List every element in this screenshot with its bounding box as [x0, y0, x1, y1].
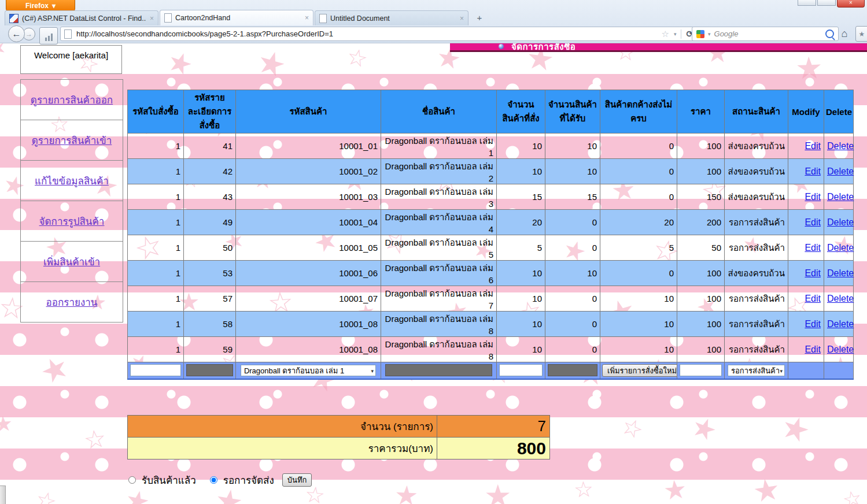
- qty-backlog-cell: 10: [600, 337, 677, 362]
- tab-close-icon[interactable]: ×: [460, 14, 464, 23]
- detail-id-cell: 53: [184, 261, 236, 286]
- awaiting-shipment-radio[interactable]: [210, 476, 217, 484]
- edit-link[interactable]: Edit: [805, 294, 821, 303]
- qty-ordered-cell: 10: [497, 337, 545, 362]
- edit-link[interactable]: Edit: [805, 243, 821, 253]
- product-code-cell: 10001_06: [236, 261, 381, 286]
- po-id-cell: 1: [128, 184, 184, 210]
- delete-link[interactable]: Delete: [827, 344, 854, 354]
- close-button[interactable]: ×: [837, 0, 865, 8]
- detail-id-cell: 43: [184, 184, 236, 210]
- qty-backlog-cell: 10: [600, 286, 677, 312]
- price-cell: 100: [677, 337, 725, 362]
- modify-cell: Edit: [788, 261, 824, 286]
- po-id-input[interactable]: [130, 364, 181, 376]
- status-cell: รอการส่งสินค้า: [725, 286, 788, 312]
- qty-backlog-cell: 0: [600, 261, 677, 286]
- maximize-button[interactable]: [817, 0, 836, 6]
- url-bar[interactable]: http://localhost/secondhandcomicbooks/pa…: [60, 27, 698, 41]
- delete-link[interactable]: Delete: [827, 192, 854, 202]
- sidebar-item-reports: ออกรายงาน: [21, 282, 123, 322]
- sidebar-link-edit-product[interactable]: แก้ไขข้อมูลสินค้า: [35, 173, 109, 188]
- chevron-down-icon: ▾: [371, 365, 374, 376]
- qty-received-cell: 0: [545, 312, 600, 337]
- table-row: 1 58 10001_08 Dragonball ดราก้อนบอล เล่ม…: [128, 312, 854, 337]
- delete-link[interactable]: Delete: [827, 141, 854, 151]
- sidebar-link-outgoing-items[interactable]: ดูรายการสินค้าออก: [31, 92, 113, 108]
- bookmark-star-icon[interactable]: ☆: [661, 29, 669, 39]
- delete-cell: Delete: [824, 286, 854, 312]
- sidebar-item-add-stock: เพิ่มสินค้าเข้า: [21, 242, 123, 282]
- qty-backlog-cell: 5: [600, 235, 677, 261]
- column-header: ราคา: [677, 90, 725, 134]
- save-button[interactable]: บันทึก: [282, 473, 312, 487]
- po-id-cell: 1: [128, 312, 184, 337]
- product-code-cell: 10001_08: [236, 337, 381, 362]
- sidebar-link-manage-product-images[interactable]: จัดการรูปสินค้า: [39, 213, 105, 229]
- column-header: ชื่อสินค้า: [381, 90, 497, 134]
- bookmarks-button[interactable]: ★: [855, 26, 867, 42]
- delete-link[interactable]: Delete: [827, 294, 854, 303]
- back-button[interactable]: ←: [8, 25, 25, 42]
- delete-cell: Delete: [824, 261, 854, 286]
- bar-chart-button[interactable]: [39, 27, 58, 45]
- edit-link[interactable]: Edit: [805, 192, 821, 202]
- modify-cell: Edit: [788, 184, 824, 210]
- search-box[interactable]: ▾ Google: [692, 27, 839, 41]
- sidebar-link-add-stock[interactable]: เพิ่มสินค้าเข้า: [43, 254, 100, 269]
- status-cell: รอการส่งสินค้า: [725, 312, 788, 337]
- price-cell: 150: [677, 184, 725, 210]
- screenshot-root: Firefox ▾ × (C#) ASP.NET DataList Contro…: [0, 0, 867, 504]
- edit-link[interactable]: Edit: [805, 217, 821, 227]
- tab-untitled-document[interactable]: Untitled Document ×: [315, 10, 468, 25]
- sidebar-menu: ดูรายการสินค้าออก ดูรายการสินค้าเข้า แก้…: [20, 79, 123, 323]
- sidebar-link-reports[interactable]: ออกรายงาน: [46, 294, 98, 310]
- edit-link[interactable]: Edit: [805, 344, 821, 354]
- summary-total-row: ราคารวม(บาท) 800: [128, 438, 550, 459]
- total-value: 800: [437, 438, 550, 459]
- edit-link[interactable]: Edit: [805, 319, 821, 329]
- delete-cell: Delete: [824, 159, 854, 184]
- table-row: 1 42 10001_02 Dragonball ดราก้อนบอล เล่ม…: [128, 159, 854, 184]
- purchase-order-table: รหัสใบสั่งซื้อ รหัสรายละเอียดการสั่งซื้อ…: [127, 90, 854, 380]
- add-order-item-button[interactable]: เพิ่มรายการสั่งซื้อใหม่: [602, 364, 682, 377]
- delete-link[interactable]: Delete: [827, 243, 854, 253]
- delete-link[interactable]: Delete: [827, 319, 854, 329]
- status-select[interactable]: รอการส่งสินค้า ▾: [728, 365, 785, 376]
- minimize-button[interactable]: [798, 0, 816, 6]
- new-tab-button[interactable]: +: [472, 13, 487, 24]
- modify-cell: Edit: [788, 210, 824, 235]
- tab-close-icon[interactable]: ×: [305, 14, 309, 22]
- tab-aspnet-datalist[interactable]: (C#) ASP.NET DataList Control - Find... …: [5, 10, 158, 25]
- qty-ordered-cell: 20: [497, 210, 545, 235]
- browser-chrome: Firefox ▾ × (C#) ASP.NET DataList Contro…: [0, 0, 867, 43]
- welcome-box: Welcome [aekarita]: [20, 45, 122, 74]
- count-value: 7: [437, 416, 550, 438]
- home-button[interactable]: ⌂: [835, 26, 854, 42]
- delete-link[interactable]: Delete: [827, 166, 854, 176]
- detail-id-cell: 58: [184, 312, 236, 337]
- qty-ordered-cell: 5: [497, 235, 545, 261]
- total-label: ราคารวม(บาท): [128, 438, 437, 459]
- qty-backlog-cell: 0: [600, 184, 677, 210]
- received-radio[interactable]: [128, 476, 136, 484]
- tab-title: Untitled Document: [330, 14, 456, 23]
- po-id-cell: 1: [128, 337, 184, 362]
- search-icon[interactable]: [825, 29, 834, 38]
- edit-link[interactable]: Edit: [805, 268, 821, 278]
- price-input[interactable]: [680, 364, 722, 376]
- qty-received-cell: 10: [545, 134, 600, 159]
- chevron-down-icon[interactable]: ▾: [674, 31, 677, 37]
- sidebar-link-incoming-items[interactable]: ดูรายการสินค้าเข้า: [32, 132, 112, 148]
- tab-cartoon2ndhand[interactable]: Cartoon2ndHand ×: [160, 10, 313, 25]
- chevron-down-icon: ▾: [780, 365, 783, 376]
- product-select[interactable]: Dragonball ดราก้อนบอล เล่ม 1 ▾: [241, 365, 376, 376]
- delete-link[interactable]: Delete: [827, 268, 854, 278]
- tab-close-icon[interactable]: ×: [150, 14, 154, 23]
- delete-link[interactable]: Delete: [827, 217, 854, 227]
- product-select-value: Dragonball ดราก้อนบอล เล่ม 1: [244, 366, 344, 375]
- edit-link[interactable]: Edit: [805, 141, 821, 151]
- edit-link[interactable]: Edit: [805, 166, 821, 176]
- qty-ordered-input[interactable]: [499, 364, 543, 376]
- chevron-down-icon[interactable]: ▾: [708, 31, 711, 37]
